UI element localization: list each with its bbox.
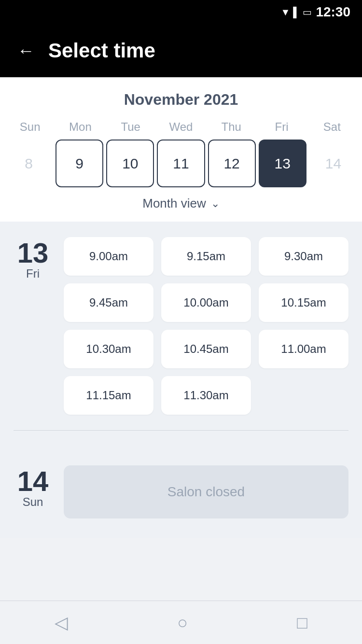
weekday-tue: Tue xyxy=(106,120,156,134)
day-11[interactable]: 11 xyxy=(157,140,205,187)
weekday-mon: Mon xyxy=(55,120,105,134)
salon-closed-box: Salon closed xyxy=(64,465,348,518)
day-14[interactable]: 14 xyxy=(309,140,357,187)
slot-1015am[interactable]: 10.15am xyxy=(259,283,348,322)
weekday-sat: Sat xyxy=(307,120,357,134)
weekday-thu: Thu xyxy=(206,120,256,134)
slot-1115am[interactable]: 11.15am xyxy=(64,376,153,415)
slot-930am[interactable]: 9.30am xyxy=(259,237,348,276)
battery-icon: ▭ xyxy=(303,6,312,18)
slot-1030am[interactable]: 10.30am xyxy=(64,330,153,368)
header: ← Select time xyxy=(0,24,362,77)
calendar-section: November 2021 Sun Mon Tue Wed Thu Fri Sa… xyxy=(0,77,362,222)
divider xyxy=(14,430,348,431)
day-13-label: 13 Fri xyxy=(14,237,52,415)
month-view-toggle[interactable]: Month view ⌄ xyxy=(0,187,362,222)
weekdays-row: Sun Mon Tue Wed Thu Fri Sat xyxy=(0,120,362,134)
month-view-label: Month view xyxy=(142,196,206,211)
nav-back-icon[interactable]: ◁ xyxy=(55,613,68,633)
slot-1100am[interactable]: 11.00am xyxy=(259,330,348,368)
day-14-block: 14 Sun Salon closed xyxy=(0,465,362,538)
status-time: 12:30 xyxy=(316,4,350,20)
day-13-number: 13 xyxy=(17,239,49,267)
page-title: Select time xyxy=(48,39,155,62)
salon-closed-label: Salon closed xyxy=(167,484,245,500)
signal-icon: ▌ xyxy=(293,7,300,18)
day-14-number: 14 xyxy=(17,467,49,495)
day-12[interactable]: 12 xyxy=(208,140,256,187)
back-button[interactable]: ← xyxy=(17,42,35,59)
slots-grid-13: 9.00am 9.15am 9.30am 9.45am 10.00am 10.1… xyxy=(64,237,348,415)
day-14-name: Sun xyxy=(23,495,43,509)
slot-1000am[interactable]: 10.00am xyxy=(161,283,251,322)
day-13[interactable]: 13 xyxy=(259,140,306,187)
day-8[interactable]: 8 xyxy=(5,140,53,187)
week-row: 8 9 10 11 12 13 14 xyxy=(0,140,362,187)
weekday-sun: Sun xyxy=(5,120,55,134)
day-9[interactable]: 9 xyxy=(56,140,103,187)
chevron-down-icon: ⌄ xyxy=(211,197,220,210)
day-10[interactable]: 10 xyxy=(106,140,154,187)
slot-915am[interactable]: 9.15am xyxy=(161,237,251,276)
nav-home-icon[interactable]: ○ xyxy=(177,613,188,633)
status-bar: ▼ ▌ ▭ 12:30 xyxy=(0,0,362,24)
status-icons: ▼ ▌ ▭ xyxy=(280,6,312,18)
day-14-label: 14 Sun xyxy=(14,465,52,509)
time-section: 13 Fri 9.00am 9.15am 9.30am 9.45am 10.00… xyxy=(0,222,362,465)
day-13-name: Fri xyxy=(26,267,40,280)
bottom-nav: ◁ ○ □ xyxy=(0,601,362,644)
slot-900am[interactable]: 9.00am xyxy=(64,237,153,276)
weekday-fri: Fri xyxy=(256,120,306,134)
slot-1130am[interactable]: 11.30am xyxy=(161,376,251,415)
slot-945am[interactable]: 9.45am xyxy=(64,283,153,322)
month-label: November 2021 xyxy=(0,91,362,109)
weekday-wed: Wed xyxy=(156,120,206,134)
nav-recents-icon[interactable]: □ xyxy=(297,613,307,633)
wifi-icon: ▼ xyxy=(280,7,290,18)
day-13-block: 13 Fri 9.00am 9.15am 9.30am 9.45am 10.00… xyxy=(14,237,348,415)
slot-1045am[interactable]: 10.45am xyxy=(161,330,251,368)
